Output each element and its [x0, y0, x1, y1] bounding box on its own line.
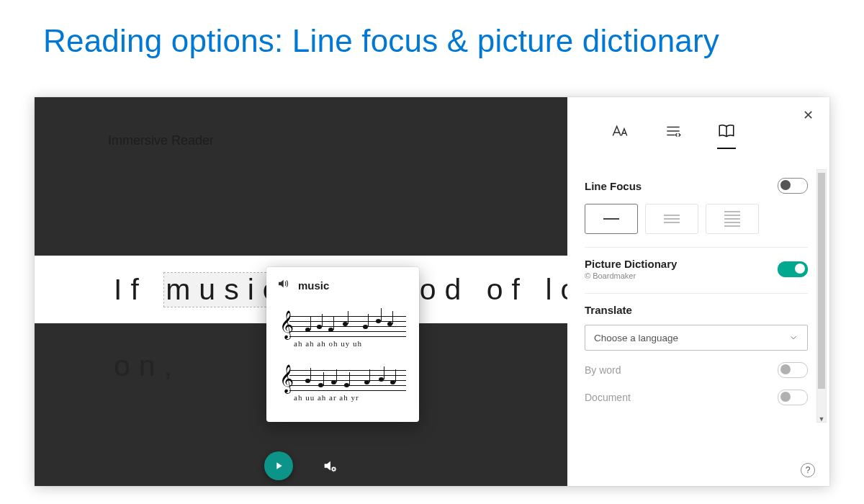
popup-word: music	[298, 279, 329, 292]
reading-options-panel: ✕	[567, 97, 829, 486]
line-focus-three-lines[interactable]	[645, 204, 698, 234]
picture-dictionary-popup: music 𝄞 ah ah ah oh uy uh	[266, 267, 419, 422]
help-icon[interactable]: ?	[801, 463, 815, 477]
translate-by-word-toggle[interactable]	[778, 362, 808, 378]
picture-dictionary-label: Picture Dictionary	[585, 258, 677, 270]
slide-title: Reading options: Line focus & picture di…	[0, 0, 864, 72]
panel-body: Line Focus	[585, 168, 808, 479]
translate-language-select[interactable]: Choose a language	[585, 325, 808, 351]
line-focus-one-line[interactable]	[585, 204, 638, 234]
translate-by-word-label: By word	[585, 364, 621, 376]
focus-line-text: If music	[35, 273, 287, 307]
translate-document-label: Document	[585, 392, 631, 403]
play-controls	[35, 443, 567, 486]
lyrics-line-1: ah ah ah oh uy uh	[279, 339, 406, 348]
line-focus-toggle[interactable]	[778, 178, 808, 194]
lyrics-line-2: ah uu ah ar ah yr	[279, 393, 406, 402]
translate-section: Translate Choose a language By word Docu…	[585, 294, 808, 418]
translate-label: Translate	[585, 304, 808, 316]
line-focus-section: Line Focus	[585, 168, 808, 248]
picture-dictionary-image: 𝄞 ah ah ah oh uy uh 𝄞	[279, 302, 406, 410]
text-preferences-tab[interactable]	[611, 122, 629, 149]
speaker-icon[interactable]	[276, 277, 289, 293]
picture-dictionary-toggle[interactable]	[778, 261, 808, 277]
line-focus-modes	[585, 204, 808, 234]
immersive-reader-view: Immersive Reader If music ood of lo on, …	[35, 97, 567, 486]
panel-scrollbar[interactable]: ▲ ▼	[816, 169, 827, 423]
line-focus-label: Line Focus	[585, 180, 642, 192]
translate-document-toggle[interactable]	[778, 390, 808, 405]
reading-preferences-tab[interactable]	[717, 122, 736, 149]
panel-tabs	[567, 97, 829, 159]
line-focus-five-lines[interactable]	[706, 204, 759, 234]
svg-point-0	[332, 468, 335, 471]
screenshot-stage: Immersive Reader If music ood of lo on, …	[35, 97, 829, 486]
dimmed-next-line: on,	[114, 349, 181, 383]
line-prefix: If	[114, 273, 164, 306]
picture-dictionary-section: Picture Dictionary © Boardmaker	[585, 248, 808, 294]
voice-settings-button[interactable]	[322, 458, 338, 474]
play-button[interactable]	[264, 451, 293, 480]
picture-dictionary-sublabel: © Boardmaker	[585, 271, 677, 280]
scroll-thumb[interactable]	[818, 173, 825, 389]
reader-app-name: Immersive Reader	[108, 133, 214, 148]
chevron-down-icon	[788, 333, 798, 343]
line-tail: ood of lo	[395, 256, 567, 323]
translate-placeholder: Choose a language	[594, 333, 678, 343]
grammar-options-tab[interactable]	[664, 122, 683, 149]
scroll-down-icon[interactable]: ▼	[817, 415, 826, 423]
close-icon[interactable]: ✕	[803, 107, 814, 123]
